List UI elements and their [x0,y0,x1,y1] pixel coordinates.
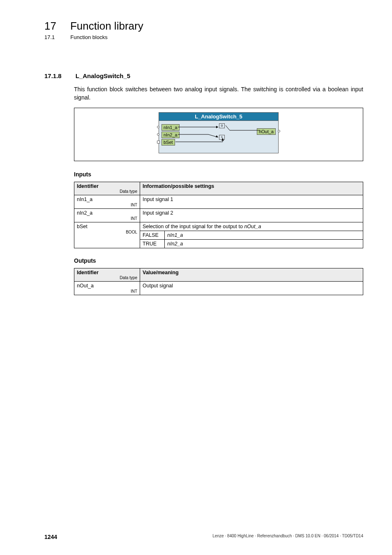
page-header: 17 Function library 17.1 Function blocks [44,20,363,40]
separator-dashes: _ _ _ _ _ _ _ _ _ _ _ _ _ _ _ _ _ _ _ _ … [44,52,363,58]
description-text: This function block switches between two… [74,85,363,102]
page-footer: 1244 Lenze · 8400 HighLine · Referenzhan… [44,534,363,540]
bset-info-italic: nOut_a [244,224,261,229]
terminal-in1-icon [157,126,159,128]
inputs-th-info: Information/possible settings [140,182,363,195]
chapter-title: Function library [70,20,143,32]
switch-label-0: 0 [219,123,225,128]
block-title: L_AnalogSwitch_5 [159,113,278,121]
input-ident: nIn1_a [77,197,92,202]
outputs-th-datatype-label: Data type [120,275,137,280]
port-label-out: nOut_a [257,128,276,135]
subsection-number: 17.1.8 [44,72,62,79]
port-label-bset: bSet [161,139,175,146]
input-ident: nIn2_a [77,210,92,216]
inputs-th-datatype-label: Data type [120,189,137,194]
switch-label-1: 1 [219,135,225,140]
table-row: nOut_a INT Output signal [74,281,363,295]
output-value: Output signal [140,281,363,295]
table-row: bSet BOOL Selection of the input signal … [74,222,363,231]
port-label-in2: nIn2_a [161,132,180,138]
port-label-in1: nIn1_a [161,124,180,131]
input-info: Selection of the input signal for the ou… [140,222,363,231]
terminal-in2-icon [157,133,159,136]
page-number: 1244 [44,534,57,540]
terminal-bset-icon [157,141,160,143]
function-block: L_AnalogSwitch_5 nIn1_a nIn2_a bSet nOut… [159,112,279,153]
outputs-heading: Outputs [74,257,363,264]
output-datatype: INT [77,289,137,294]
table-row: nIn1_a INT Input signal 1 [74,195,363,208]
section-number: 17.1 [44,34,55,40]
bset-true-value: nIn2_a [165,239,363,248]
bset-true-label: TRUE [140,239,165,248]
footer-text: Lenze · 8400 HighLine · Referenzhandbuch… [212,534,363,540]
inputs-table: Identifier Data type Information/possibl… [74,182,363,248]
outputs-table: Identifier Data type Value/meaning nOut_… [74,268,363,295]
inputs-heading: Inputs [74,171,363,178]
block-body: nIn1_a nIn2_a bSet nOut_a 0 1 [159,121,278,153]
terminal-out-icon [278,130,280,132]
input-datatype: INT [77,202,137,207]
block-diagram-frame: L_AnalogSwitch_5 nIn1_a nIn2_a bSet nOut… [74,108,363,161]
output-ident: nOut_a [77,283,94,289]
outputs-th-identifier-label: Identifier [77,270,99,275]
bset-false-label: FALSE [140,231,165,239]
input-datatype: BOOL [77,229,137,234]
bset-false-value: nIn1_a [165,231,363,239]
input-ident: bSet [77,224,88,229]
input-info: Input signal 2 [140,208,363,222]
outputs-th-value: Value/meaning [140,268,363,281]
inputs-th-identifier-label: Identifier [77,183,99,189]
subsection-title: L_AnalogSwitch_5 [76,72,130,79]
input-datatype: INT [77,216,137,221]
outputs-th-identifier: Identifier Data type [74,268,140,281]
table-row: nIn2_a INT Input signal 2 [74,208,363,222]
switch-symbol: 0 1 [212,123,235,140]
bset-info-text: Selection of the input signal for the ou… [143,224,244,229]
section-title: Function blocks [70,34,107,40]
input-info: Input signal 1 [140,195,363,208]
inputs-th-identifier: Identifier Data type [74,182,140,195]
chapter-number: 17 [44,20,56,32]
